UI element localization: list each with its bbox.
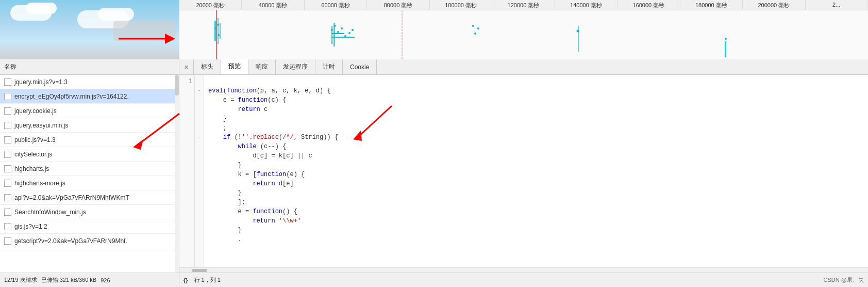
svg-point-22 <box>474 33 476 35</box>
file-name: jquery.easyui.min.js <box>14 122 68 129</box>
tab-response[interactable]: 响应 <box>248 59 276 74</box>
file-icon <box>4 223 11 230</box>
svg-rect-4 <box>218 18 219 44</box>
code-area: 1 - <box>179 75 868 267</box>
file-icon <box>4 209 11 216</box>
file-icon <box>4 93 11 100</box>
svg-point-23 <box>477 27 479 29</box>
tab-cookie[interactable]: Cookie <box>343 59 377 74</box>
file-name: getscript?v=2.0&ak=VpGa7vFARrN9Mhf. <box>14 237 127 245</box>
horizontal-scrollbar[interactable] <box>179 267 868 273</box>
scroll-thumb[interactable] <box>175 75 179 95</box>
tab-initiator[interactable]: 发起程序 <box>276 59 315 74</box>
line-numbers: 1 <box>179 75 195 267</box>
file-name: api?v=2.0&ak=VpGa7vFARrN9MhfWKmT <box>14 194 129 201</box>
file-item[interactable]: encrypt_eEgOy4pf5rvw.min.js?v=164122. <box>0 89 179 104</box>
svg-rect-26 <box>725 41 726 57</box>
red-arrow <box>113 26 175 52</box>
file-icon <box>4 136 11 144</box>
tick-20000: 20000 毫秒 <box>179 0 242 10</box>
file-name: encrypt_eEgOy4pf5rvw.min.js?v=164122. <box>14 93 129 100</box>
fold-column: - - <box>195 75 204 267</box>
file-name: citySelector.js <box>14 151 52 158</box>
svg-rect-3 <box>214 21 216 41</box>
svg-point-16 <box>341 27 343 29</box>
header-label: 名称 <box>4 62 16 71</box>
timeline-ruler: 20000 毫秒 40000 毫秒 60000 毫秒 80000 毫秒 1000… <box>179 0 868 10</box>
tick-140000: 140000 毫秒 <box>555 0 617 10</box>
tick-100000: 100000 毫秒 <box>430 0 492 10</box>
code-content[interactable]: eval(function(p, a, c, k, e, d) { e = fu… <box>204 75 868 267</box>
file-list-header: 名称 <box>0 59 179 75</box>
file-item[interactable]: api?v=2.0&ak=VpGa7vFARrN9MhfWKmT <box>0 190 179 205</box>
tick-120000: 120000 毫秒 <box>492 0 555 10</box>
file-name: public.js?v=1.3 <box>14 136 56 144</box>
tab-bar: × 标头 预览 响应 发起程序 计时 Cookie <box>179 59 868 75</box>
file-item[interactable]: highcharts-more.js <box>0 176 179 190</box>
file-name: jquery.cookie.js <box>14 107 57 115</box>
scrollbar[interactable] <box>175 75 179 273</box>
file-icon <box>4 194 11 201</box>
file-item[interactable]: SearchInfoWindow_min.js <box>0 205 179 219</box>
tick-200000: 200000 毫秒 <box>743 0 805 10</box>
timeline-chart: 20000 毫秒 40000 毫秒 60000 毫秒 80000 毫秒 1000… <box>179 0 868 59</box>
svg-point-17 <box>344 35 346 37</box>
svg-point-6 <box>214 27 216 29</box>
tab-close-button[interactable]: × <box>179 59 194 74</box>
file-icon <box>4 165 11 172</box>
hscroll-thumb[interactable] <box>192 269 207 272</box>
file-item[interactable]: highcharts.js <box>0 162 179 176</box>
file-icon <box>4 107 11 115</box>
file-icon <box>4 122 11 129</box>
file-icon <box>4 180 11 187</box>
tick-more: 2... <box>806 0 868 10</box>
svg-point-7 <box>217 24 219 26</box>
timeline-area: 20000 毫秒 40000 毫秒 60000 毫秒 80000 毫秒 1000… <box>0 0 868 59</box>
file-item[interactable]: gis.js?v=1.2 <box>0 219 179 234</box>
file-icon <box>4 237 11 245</box>
svg-point-27 <box>725 38 727 40</box>
svg-point-14 <box>334 25 336 27</box>
cursor-position: 行 1，列 1 <box>194 276 221 284</box>
timeline-sky <box>0 0 179 59</box>
code-footer: {} 行 1，列 1 CSDN @果、失 <box>179 273 868 287</box>
file-list[interactable]: jquery.min.js?v=1.3encrypt_eEgOy4pf5rvw.… <box>0 75 179 273</box>
tab-headers[interactable]: 标头 <box>194 59 221 74</box>
timeline-svg <box>179 10 868 59</box>
file-item[interactable]: jquery.min.js?v=1.3 <box>0 75 179 89</box>
size-label: 926 <box>101 277 110 283</box>
main-content: 名称 jquery.min.js?v=1.3encrypt_eEgOy4pf5r… <box>0 59 868 287</box>
transferred-label: 已传输 321 kB/360 kB <box>41 276 97 284</box>
svg-point-8 <box>218 34 220 36</box>
file-item[interactable]: getscript?v=2.0&ak=VpGa7vFARrN9Mhf. <box>0 234 179 248</box>
requests-label: 12/19 次请求 <box>4 276 37 284</box>
file-name: gis.js?v=1.2 <box>14 223 47 230</box>
file-name: highcharts-more.js <box>14 180 65 187</box>
file-name: SearchInfoWindow_min.js <box>14 209 86 216</box>
svg-point-18 <box>348 32 350 34</box>
file-item[interactable]: citySelector.js <box>0 147 179 162</box>
file-icon <box>4 78 11 86</box>
svg-point-13 <box>331 29 333 31</box>
svg-rect-5 <box>220 23 221 39</box>
svg-rect-9 <box>331 26 332 44</box>
tick-40000: 40000 毫秒 <box>242 0 304 10</box>
file-icon <box>4 151 11 158</box>
svg-rect-25 <box>578 26 579 52</box>
file-item[interactable]: jquery.cookie.js <box>0 104 179 118</box>
file-item[interactable]: public.js?v=1.3 <box>0 133 179 147</box>
tab-timing[interactable]: 计时 <box>315 59 343 74</box>
tick-180000: 180000 毫秒 <box>680 0 743 10</box>
tick-160000: 160000 毫秒 <box>617 0 680 10</box>
footer-right-label: CSDN @果、失 <box>824 276 864 284</box>
timeline-content <box>179 10 868 59</box>
left-panel-footer: 12/19 次请求 已传输 321 kB/360 kB 926 <box>0 273 179 287</box>
svg-point-21 <box>472 25 474 27</box>
code-icon: {} <box>183 277 188 283</box>
file-name: jquery.min.js?v=1.3 <box>14 78 68 86</box>
right-panel: × 标头 预览 响应 发起程序 计时 Cookie 1 <box>179 59 868 287</box>
svg-point-19 <box>352 29 354 31</box>
tab-preview[interactable]: 预览 <box>221 59 248 74</box>
file-item[interactable]: jquery.easyui.min.js <box>0 118 179 133</box>
svg-point-15 <box>337 31 339 33</box>
